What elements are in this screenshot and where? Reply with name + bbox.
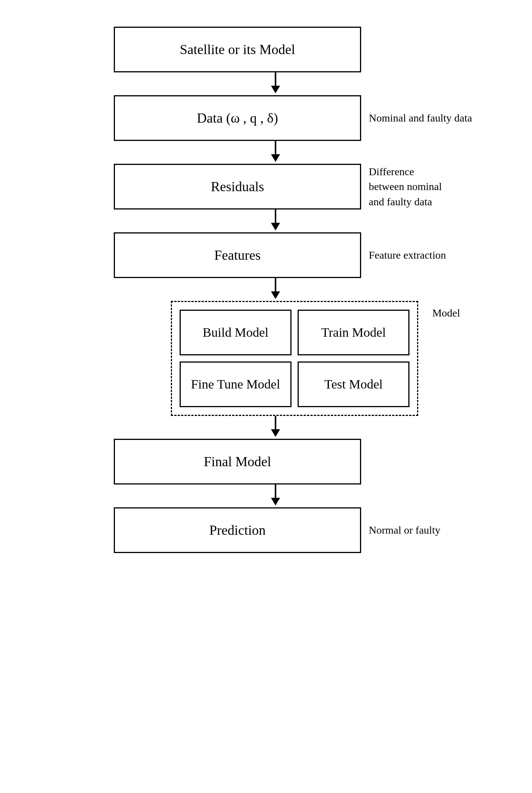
satellite-row: Satellite or its Model bbox=[95, 27, 437, 72]
arrow-6 bbox=[152, 484, 399, 507]
arrow-4 bbox=[152, 278, 399, 301]
svg-marker-5 bbox=[271, 223, 280, 230]
residuals-side-label: Difference between nominal and faulty da… bbox=[369, 164, 445, 209]
svg-marker-9 bbox=[271, 429, 280, 437]
train-model-label: Train Model bbox=[321, 325, 386, 340]
prediction-side-label: Normal or faulty bbox=[369, 523, 445, 537]
features-box: Features bbox=[114, 232, 361, 278]
arrow-3 bbox=[152, 209, 399, 232]
arrow-1 bbox=[152, 72, 399, 95]
satellite-box: Satellite or its Model bbox=[114, 27, 361, 72]
features-side-label: Feature extraction bbox=[369, 248, 446, 262]
residuals-row: Residuals Difference between nominal and… bbox=[95, 164, 437, 209]
prediction-box: Prediction bbox=[114, 507, 361, 553]
test-model-label: Test Model bbox=[324, 377, 382, 392]
svg-marker-1 bbox=[271, 86, 280, 93]
data-row: Data (ω , q , δ) Nominal and faulty data bbox=[95, 95, 437, 141]
arrow-2 bbox=[152, 141, 399, 164]
model-section: Build Model Train Model Fine Tune Model … bbox=[152, 301, 399, 416]
features-row: Features Feature extraction bbox=[95, 232, 437, 278]
build-model-label: Build Model bbox=[203, 325, 269, 340]
arrow-5 bbox=[152, 416, 399, 439]
final-model-row: Final Model bbox=[95, 439, 437, 484]
residuals-label: Residuals bbox=[211, 179, 264, 195]
fine-tune-model-box: Fine Tune Model bbox=[180, 361, 291, 407]
dotted-model-box: Build Model Train Model Fine Tune Model … bbox=[171, 301, 418, 416]
features-label: Features bbox=[214, 247, 261, 263]
data-label: Data (ω , q , δ) bbox=[197, 110, 278, 126]
model-side-label: Model bbox=[432, 307, 460, 319]
data-side-label: Nominal and faulty data bbox=[369, 110, 472, 125]
prediction-label: Prediction bbox=[209, 522, 266, 538]
final-model-label: Final Model bbox=[204, 454, 271, 470]
satellite-label: Satellite or its Model bbox=[180, 42, 295, 58]
data-box: Data (ω , q , δ) bbox=[114, 95, 361, 141]
svg-marker-11 bbox=[271, 498, 280, 505]
prediction-row: Prediction Normal or faulty bbox=[95, 507, 437, 553]
diagram-container: Satellite or its Model Data (ω , q , δ) … bbox=[95, 15, 437, 553]
fine-tune-model-label: Fine Tune Model bbox=[191, 377, 280, 392]
test-model-box: Test Model bbox=[298, 361, 409, 407]
svg-marker-7 bbox=[271, 291, 280, 299]
train-model-box: Train Model bbox=[298, 310, 409, 355]
svg-marker-3 bbox=[271, 154, 280, 162]
final-model-box: Final Model bbox=[114, 439, 361, 484]
build-model-box: Build Model bbox=[180, 310, 291, 355]
residuals-box: Residuals bbox=[114, 164, 361, 209]
